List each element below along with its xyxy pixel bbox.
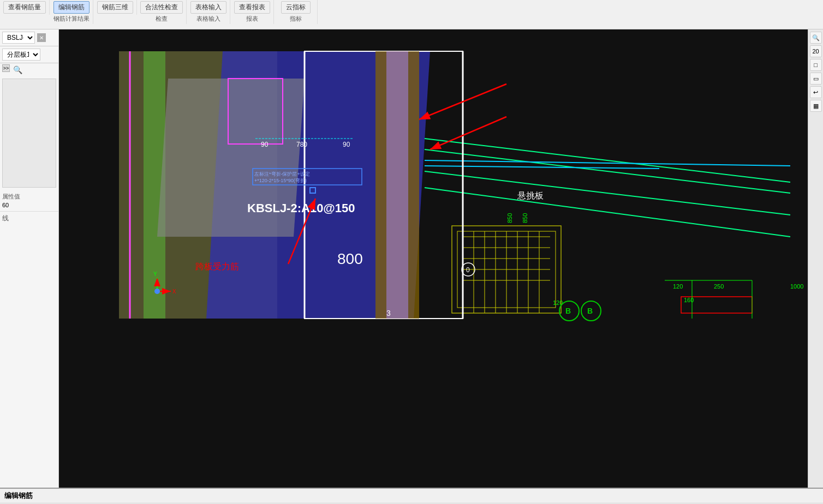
- toolbar-group-table-input: 表格输入 表格输入: [187, 0, 230, 24]
- close-left-panel-btn[interactable]: ✕: [37, 33, 46, 42]
- svg-text:跨板受力筋: 跨板受力筋: [195, 262, 239, 271]
- svg-rect-9: [386, 51, 408, 319]
- svg-text:0: 0: [466, 266, 470, 274]
- group-label-table: 表格输入: [196, 15, 220, 23]
- group-label-report: 报表: [246, 15, 258, 23]
- bottom-panel: 编辑钢筋 |< < > >| ▲ ▼ ⊞ 插入 ✂ 删除 ⊡ 缩尺配筋 📋 钢筋…: [0, 488, 823, 504]
- left-panel: BSLJ-2 ✕ 分层板1 >> 🔍 属性值 60 线: [0, 29, 59, 488]
- bottom-panel-title: 编辑钢筋: [4, 491, 33, 501]
- btn-edit-rebar[interactable]: 编辑钢筋: [53, 1, 90, 14]
- svg-text:+*120-2*15-15*90(弯折): +*120-2*15-15*90(弯折): [254, 178, 307, 183]
- svg-text:B: B: [587, 307, 593, 315]
- attr-val: 60: [2, 202, 9, 208]
- btn-table-input[interactable]: 表格输入: [190, 1, 226, 14]
- left-panel-subheader: 分层板1: [0, 46, 58, 63]
- undo-btn[interactable]: ↩: [810, 86, 822, 98]
- btn-view-report[interactable]: 查看报表: [234, 1, 270, 14]
- dropdown-layer[interactable]: 分层板1: [2, 49, 40, 61]
- svg-text:3: 3: [386, 309, 391, 317]
- svg-text:1000: 1000: [790, 283, 803, 290]
- btn-legality-check[interactable]: 合法性检查: [140, 1, 183, 14]
- left-panel-header: BSLJ-2 ✕: [0, 29, 58, 46]
- svg-text:780: 780: [296, 141, 307, 148]
- btn-view-rebar-qty[interactable]: 查看钢筋量: [3, 1, 46, 14]
- svg-text:90: 90: [261, 141, 269, 148]
- svg-text:Y: Y: [153, 271, 157, 277]
- btn-cloud-index[interactable]: 云指标: [281, 1, 311, 14]
- svg-point-71: [154, 289, 160, 294]
- bottom-panel-header: 编辑钢筋: [0, 489, 823, 503]
- group-label-calc: 钢筋计算结果: [53, 15, 90, 23]
- line-label: 线: [0, 212, 58, 225]
- grid-btn[interactable]: ▦: [810, 100, 822, 112]
- top-toolbar: 查看钢筋量 编辑钢筋 钢筋计算结果 钢筋三维 合法性检查 检查 表格输入 表格输…: [0, 0, 823, 29]
- attr-section: 属性值 60: [0, 190, 58, 212]
- svg-text:X: X: [172, 289, 176, 295]
- toolbar-group-edit-rebar: 编辑钢筋 钢筋计算结果: [50, 0, 93, 24]
- svg-text:悬挑板: 悬挑板: [517, 191, 544, 200]
- svg-text:KBSLJ-2:A10@150: KBSLJ-2:A10@150: [247, 201, 355, 215]
- svg-text:左标注*弯折-保护层+设定: 左标注*弯折-保护层+设定: [254, 171, 310, 177]
- group-label-check: 检查: [156, 15, 168, 23]
- right-tools-panel: 🔍 20 □ ▭ ↩ ▦: [808, 29, 823, 488]
- expand-btn[interactable]: >>: [2, 64, 10, 72]
- magnify-btn[interactable]: 🔍: [810, 32, 822, 44]
- toolbar-group-view-rebar: 查看钢筋量: [0, 0, 50, 15]
- group-label-cloud: 指标: [290, 15, 302, 23]
- canvas-area[interactable]: ☁ 拖拽上传: [59, 29, 808, 488]
- toolbar-group-report: 查看报表 报表: [230, 0, 274, 24]
- canvas-svg: 90 780 90 KBSLJ-2:A10@150 800 左标注*弯折-保护层…: [59, 29, 808, 488]
- toolbar-group-legality: 合法性检查 检查: [137, 0, 187, 24]
- toolbar-group-cloud: 云指标 指标: [274, 0, 318, 24]
- svg-text:250: 250: [714, 283, 724, 290]
- svg-text:850: 850: [506, 213, 513, 223]
- svg-text:90: 90: [343, 141, 350, 148]
- number-btn[interactable]: 20: [810, 45, 822, 57]
- svg-text:B: B: [565, 307, 571, 315]
- main-layout: BSLJ-2 ✕ 分层板1 >> 🔍 属性值 60 线 ☁ 拖拽上传: [0, 29, 823, 488]
- attr-label: 属性值: [2, 193, 20, 201]
- toolbar-group-3d: 钢筋三维: [93, 0, 137, 15]
- search-btn[interactable]: 🔍: [12, 64, 23, 75]
- svg-text:160: 160: [684, 297, 694, 303]
- rect2-btn[interactable]: ▭: [810, 73, 822, 85]
- rect-btn[interactable]: □: [810, 59, 822, 71]
- svg-text:800: 800: [337, 250, 363, 267]
- svg-text:120: 120: [673, 283, 683, 290]
- btn-rebar-3d[interactable]: 钢筋三维: [97, 1, 133, 14]
- svg-text:850: 850: [522, 213, 528, 223]
- dropdown-bslj[interactable]: BSLJ-2: [2, 32, 35, 44]
